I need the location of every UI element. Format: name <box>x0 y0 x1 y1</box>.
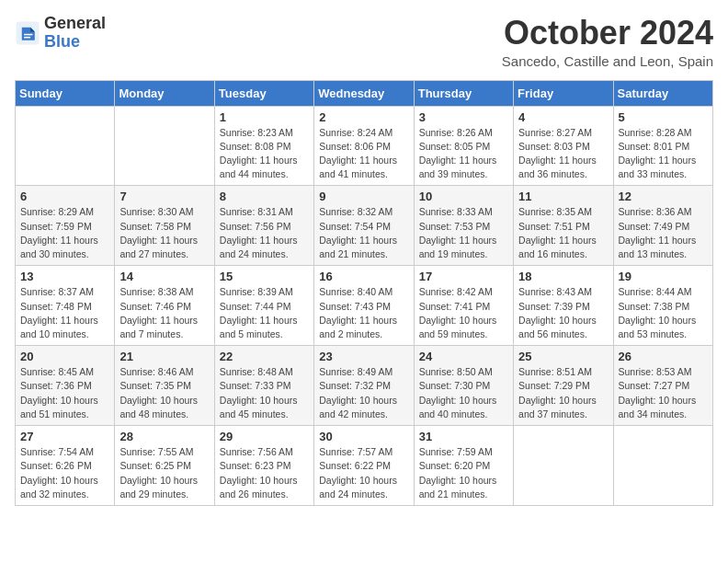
day-number: 21 <box>119 350 209 363</box>
day-cell: 5Sunrise: 8:28 AM Sunset: 8:01 PM Daylig… <box>613 106 712 186</box>
page-header: General Blue October 2024 Sancedo, Casti… <box>15 15 713 69</box>
day-info: Sunrise: 8:27 AM Sunset: 8:03 PM Dayligh… <box>518 126 608 182</box>
day-info: Sunrise: 7:55 AM Sunset: 6:25 PM Dayligh… <box>119 445 209 501</box>
header-cell-monday: Monday <box>115 80 214 106</box>
day-cell: 25Sunrise: 8:51 AM Sunset: 7:29 PM Dayli… <box>514 346 613 426</box>
day-info: Sunrise: 8:48 AM Sunset: 7:33 PM Dayligh… <box>220 365 309 421</box>
day-info: Sunrise: 8:38 AM Sunset: 7:46 PM Dayligh… <box>119 285 209 341</box>
svg-rect-4 <box>24 37 30 39</box>
day-cell: 29Sunrise: 7:56 AM Sunset: 6:23 PM Dayli… <box>214 426 313 506</box>
day-number: 2 <box>319 110 408 124</box>
day-number: 25 <box>518 350 608 363</box>
day-cell: 30Sunrise: 7:57 AM Sunset: 6:22 PM Dayli… <box>314 426 414 506</box>
day-number: 19 <box>619 270 708 283</box>
day-number: 26 <box>619 350 708 363</box>
day-info: Sunrise: 8:32 AM Sunset: 7:54 PM Dayligh… <box>319 205 408 261</box>
day-info: Sunrise: 8:30 AM Sunset: 7:58 PM Dayligh… <box>119 205 209 261</box>
day-number: 10 <box>419 190 508 203</box>
header-cell-saturday: Saturday <box>613 80 712 106</box>
day-number: 28 <box>119 430 209 443</box>
day-cell: 3Sunrise: 8:26 AM Sunset: 8:05 PM Daylig… <box>414 106 513 186</box>
day-info: Sunrise: 8:36 AM Sunset: 7:49 PM Dayligh… <box>619 205 708 261</box>
day-info: Sunrise: 8:24 AM Sunset: 8:06 PM Dayligh… <box>319 126 408 182</box>
logo-icon <box>15 20 40 46</box>
day-number: 27 <box>20 430 109 443</box>
month-title: October 2024 <box>502 15 713 52</box>
location-title: Sancedo, Castille and Leon, Spain <box>502 53 713 69</box>
day-info: Sunrise: 8:35 AM Sunset: 7:51 PM Dayligh… <box>518 205 608 261</box>
day-number: 22 <box>220 350 309 363</box>
day-number: 16 <box>319 270 408 283</box>
svg-rect-3 <box>24 34 32 36</box>
day-number: 23 <box>319 350 408 363</box>
day-number: 12 <box>619 190 708 203</box>
day-info: Sunrise: 8:44 AM Sunset: 7:38 PM Dayligh… <box>619 285 708 341</box>
day-number: 30 <box>319 430 408 443</box>
header-cell-thursday: Thursday <box>414 80 513 106</box>
day-cell: 10Sunrise: 8:33 AM Sunset: 7:53 PM Dayli… <box>414 186 513 266</box>
day-cell: 13Sunrise: 8:37 AM Sunset: 7:48 PM Dayli… <box>16 266 115 346</box>
logo: General Blue <box>15 15 106 52</box>
day-number: 17 <box>419 270 508 283</box>
day-cell: 7Sunrise: 8:30 AM Sunset: 7:58 PM Daylig… <box>115 186 214 266</box>
day-number: 5 <box>619 110 708 124</box>
day-cell: 2Sunrise: 8:24 AM Sunset: 8:06 PM Daylig… <box>314 106 414 186</box>
day-info: Sunrise: 8:51 AM Sunset: 7:29 PM Dayligh… <box>518 365 608 421</box>
day-number: 9 <box>319 190 408 203</box>
day-info: Sunrise: 7:57 AM Sunset: 6:22 PM Dayligh… <box>319 445 408 501</box>
day-cell: 14Sunrise: 8:38 AM Sunset: 7:46 PM Dayli… <box>115 266 214 346</box>
day-cell: 8Sunrise: 8:31 AM Sunset: 7:56 PM Daylig… <box>214 186 313 266</box>
day-cell: 12Sunrise: 8:36 AM Sunset: 7:49 PM Dayli… <box>613 186 712 266</box>
day-number: 6 <box>20 190 109 203</box>
week-row: 6Sunrise: 8:29 AM Sunset: 7:59 PM Daylig… <box>16 186 713 266</box>
day-number: 24 <box>419 350 508 363</box>
header-cell-sunday: Sunday <box>16 80 115 106</box>
day-cell: 31Sunrise: 7:59 AM Sunset: 6:20 PM Dayli… <box>414 426 513 506</box>
day-cell: 23Sunrise: 8:49 AM Sunset: 7:32 PM Dayli… <box>314 346 414 426</box>
day-number: 4 <box>518 110 608 124</box>
day-info: Sunrise: 8:46 AM Sunset: 7:35 PM Dayligh… <box>119 365 209 421</box>
week-row: 27Sunrise: 7:54 AM Sunset: 6:26 PM Dayli… <box>16 426 713 506</box>
day-cell: 22Sunrise: 8:48 AM Sunset: 7:33 PM Dayli… <box>214 346 313 426</box>
day-cell: 20Sunrise: 8:45 AM Sunset: 7:36 PM Dayli… <box>16 346 115 426</box>
day-info: Sunrise: 8:39 AM Sunset: 7:44 PM Dayligh… <box>220 285 309 341</box>
day-number: 31 <box>419 430 508 443</box>
day-info: Sunrise: 8:23 AM Sunset: 8:08 PM Dayligh… <box>220 126 309 182</box>
day-number: 11 <box>518 190 608 203</box>
day-info: Sunrise: 7:54 AM Sunset: 6:26 PM Dayligh… <box>20 445 109 501</box>
day-info: Sunrise: 8:29 AM Sunset: 7:59 PM Dayligh… <box>20 205 109 261</box>
day-cell: 16Sunrise: 8:40 AM Sunset: 7:43 PM Dayli… <box>314 266 414 346</box>
day-info: Sunrise: 8:28 AM Sunset: 8:01 PM Dayligh… <box>619 126 708 182</box>
day-info: Sunrise: 8:50 AM Sunset: 7:30 PM Dayligh… <box>419 365 508 421</box>
day-number: 20 <box>20 350 109 363</box>
day-cell: 15Sunrise: 8:39 AM Sunset: 7:44 PM Dayli… <box>214 266 313 346</box>
logo-text: General Blue <box>44 15 106 52</box>
calendar-body: 1Sunrise: 8:23 AM Sunset: 8:08 PM Daylig… <box>16 106 713 505</box>
day-info: Sunrise: 8:43 AM Sunset: 7:39 PM Dayligh… <box>518 285 608 341</box>
day-cell: 4Sunrise: 8:27 AM Sunset: 8:03 PM Daylig… <box>514 106 613 186</box>
day-cell: 26Sunrise: 8:53 AM Sunset: 7:27 PM Dayli… <box>613 346 712 426</box>
day-number: 3 <box>419 110 508 124</box>
header-row: SundayMondayTuesdayWednesdayThursdayFrid… <box>16 80 713 106</box>
day-cell <box>613 426 712 506</box>
header-cell-tuesday: Tuesday <box>214 80 313 106</box>
day-number: 8 <box>220 190 309 203</box>
day-cell: 1Sunrise: 8:23 AM Sunset: 8:08 PM Daylig… <box>214 106 313 186</box>
day-info: Sunrise: 8:42 AM Sunset: 7:41 PM Dayligh… <box>419 285 508 341</box>
day-info: Sunrise: 8:26 AM Sunset: 8:05 PM Dayligh… <box>419 126 508 182</box>
week-row: 1Sunrise: 8:23 AM Sunset: 8:08 PM Daylig… <box>16 106 713 186</box>
day-info: Sunrise: 8:33 AM Sunset: 7:53 PM Dayligh… <box>419 205 508 261</box>
day-info: Sunrise: 8:37 AM Sunset: 7:48 PM Dayligh… <box>20 285 109 341</box>
day-cell <box>514 426 613 506</box>
day-cell: 6Sunrise: 8:29 AM Sunset: 7:59 PM Daylig… <box>16 186 115 266</box>
day-number: 18 <box>518 270 608 283</box>
day-number: 15 <box>220 270 309 283</box>
day-info: Sunrise: 7:59 AM Sunset: 6:20 PM Dayligh… <box>419 445 508 501</box>
day-cell <box>16 106 115 186</box>
header-cell-wednesday: Wednesday <box>314 80 414 106</box>
day-info: Sunrise: 7:56 AM Sunset: 6:23 PM Dayligh… <box>220 445 309 501</box>
day-number: 1 <box>220 110 309 124</box>
day-cell: 21Sunrise: 8:46 AM Sunset: 7:35 PM Dayli… <box>115 346 214 426</box>
day-info: Sunrise: 8:45 AM Sunset: 7:36 PM Dayligh… <box>20 365 109 421</box>
header-cell-friday: Friday <box>514 80 613 106</box>
